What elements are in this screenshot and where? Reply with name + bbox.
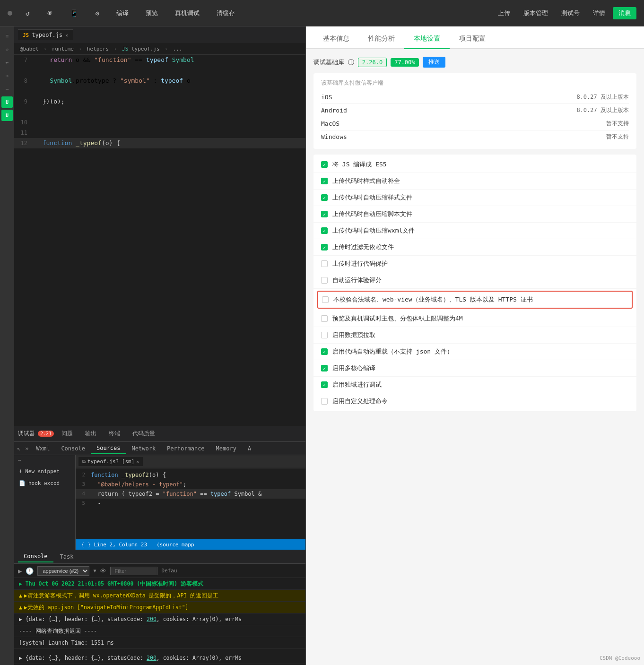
u-icon-2[interactable]: U — [1, 110, 13, 121]
checkbox-auto-eval[interactable] — [321, 277, 328, 284]
forward-icon[interactable]: → — [1, 70, 13, 81]
setting-pkg-limit[interactable]: 预览及真机调试时主包、分包体积上限调整为4M — [313, 311, 636, 327]
preview-icon[interactable]: 👁 — [43, 8, 57, 19]
checkbox-es5[interactable] — [321, 161, 328, 168]
setting-no-verify[interactable]: 不校验合法域名、web-view（业务域名）、TLS 版本以及 HTTPS 证书 — [317, 291, 633, 309]
code-editor: 7 return o && "function" == typeof Symbo… — [14, 55, 305, 426]
code-line-blank-1 — [14, 65, 305, 76]
clock-icon[interactable]: 🕐 — [26, 567, 34, 575]
more-icon[interactable]: ⋯ — [1, 83, 13, 95]
setting-compress-script-label: 上传代码时自动压缩脚本文件 — [332, 210, 412, 218]
tab-performance[interactable]: 性能分析 — [359, 30, 404, 49]
devtools-tab-output[interactable]: 输出 — [79, 428, 102, 440]
settings-icon[interactable]: ⚙ — [91, 8, 103, 19]
file-tab-typeof[interactable]: JS typeof.js ✕ — [18, 29, 73, 40]
window-dot — [8, 11, 12, 16]
clear-cache-button[interactable]: 清缓存 — [213, 7, 239, 19]
u-icon-1[interactable]: U — [1, 96, 13, 108]
task-tab[interactable]: Task — [54, 552, 79, 562]
setting-compress-style[interactable]: 上传代码时自动压缩样式文件 — [313, 190, 636, 206]
sources-tab-sources[interactable]: Sources — [91, 443, 126, 454]
expand-icon[interactable]: » — [23, 445, 30, 452]
setting-multicore[interactable]: 启用多核心编译 — [313, 360, 636, 377]
devtools-tab-terminal[interactable]: 终端 — [103, 428, 126, 440]
ios-value: 8.0.27 及以上版本 — [576, 93, 629, 101]
message-button[interactable]: 消息 — [613, 7, 636, 19]
checkbox-style-complete[interactable] — [321, 178, 328, 184]
sources-tab-performance[interactable]: Performance — [161, 443, 210, 454]
sources-tab-memory[interactable]: Memory — [210, 443, 242, 454]
sources-file-tab[interactable]: ⧉ typeof.js? [sm] ✕ — [78, 457, 143, 466]
console-toolbar: ▶ 🕐 appservice (#2) ▼ 👁 Defau — [14, 564, 305, 578]
upload-button[interactable]: 上传 — [492, 7, 516, 19]
tab-close-button[interactable]: ✕ — [65, 33, 68, 38]
checkbox-multicore[interactable] — [321, 365, 328, 371]
tab-project-config[interactable]: 项目配置 — [450, 30, 495, 49]
checkbox-filter-files[interactable] — [321, 244, 328, 250]
source-map-label: (source mapp — [157, 542, 194, 548]
sources-tab-close[interactable]: ✕ — [136, 459, 139, 464]
filter-input[interactable] — [110, 567, 157, 575]
setting-auto-eval[interactable]: 自动运行体验评分 — [313, 272, 636, 289]
checkbox-compress-style[interactable] — [321, 194, 328, 201]
hook-wxcod-item[interactable]: 📄 hook wxcod — [14, 477, 75, 489]
setting-prefetch[interactable]: 启用数据预拉取 — [313, 327, 636, 344]
checkbox-no-verify[interactable] — [322, 296, 329, 303]
setting-custom-cmd[interactable]: 启用自定义处理命令 — [313, 393, 636, 409]
checkbox-code-protect[interactable] — [321, 260, 328, 267]
tab-basic-info[interactable]: 基本信息 — [313, 30, 359, 49]
context-select[interactable]: appservice (#2) — [37, 566, 89, 576]
setting-es5[interactable]: 将 JS 编译成 ES5 — [313, 156, 636, 173]
sources-status-bar: { } Line 2, Column 23 (source mapp — [76, 539, 305, 550]
preview-button[interactable]: 预览 — [142, 7, 162, 19]
setting-hot-reload[interactable]: 启用代码自动热重载（不支持 json 文件） — [313, 344, 636, 360]
menu-icon[interactable]: ≡ — [1, 30, 13, 42]
checkbox-custom-cmd[interactable] — [321, 398, 328, 405]
sources-tab-console[interactable]: Console — [55, 443, 91, 454]
tab-local-settings[interactable]: 本地设置 — [404, 30, 450, 49]
checkbox-isolated-debug[interactable] — [321, 381, 328, 388]
setting-isolated-debug-label: 启用独域进行调试 — [332, 380, 382, 389]
checkbox-hot-reload[interactable] — [321, 348, 328, 355]
checkbox-pkg-limit[interactable] — [321, 315, 328, 322]
setting-filter-files[interactable]: 上传时过滤无依赖文件 — [313, 239, 636, 256]
console-tab[interactable]: Console — [18, 551, 53, 562]
new-snippet-item[interactable]: + New snippet — [14, 465, 75, 477]
setting-style-complete[interactable]: 上传代码时样式自动补全 — [313, 173, 636, 190]
checkbox-prefetch[interactable] — [321, 332, 328, 338]
ios-label: iOS — [321, 94, 332, 101]
platform-info: 该基础库支持微信客户端 iOS 8.0.27 及以上版本 Android 8.0… — [313, 73, 636, 149]
sources-tab-bar: ↖ » Wxml Console Sources Network Perform… — [14, 442, 305, 455]
device-icon[interactable]: 📱 — [66, 8, 82, 19]
detail-button[interactable]: 详情 — [587, 7, 611, 19]
bookmark-icon[interactable]: ☆ — [1, 43, 13, 55]
real-test-button[interactable]: 真机调试 — [171, 7, 203, 19]
setting-isolated-debug[interactable]: 启用独域进行调试 — [313, 377, 636, 393]
checkbox-compress-wxml[interactable] — [321, 227, 328, 234]
file-icon: 📄 — [19, 480, 26, 486]
windows-value: 暂不支持 — [606, 133, 629, 141]
back-icon[interactable]: ← — [1, 57, 13, 68]
cursor-icon[interactable]: ↖ — [14, 445, 23, 452]
setting-compress-wxml[interactable]: 上传代码时自动压缩wxml文件 — [313, 223, 636, 239]
sources-tab-network[interactable]: Network — [126, 443, 162, 454]
more-options[interactable]: ⋯ — [14, 455, 75, 465]
checkbox-compress-script[interactable] — [321, 211, 328, 217]
setting-code-protect[interactable]: 上传时进行代码保护 — [313, 256, 636, 272]
compile-button[interactable]: 编译 — [113, 7, 132, 19]
push-button[interactable]: 推送 — [423, 57, 445, 68]
play-icon[interactable]: ▶ — [18, 567, 22, 575]
sources-content: ⋯ + New snippet 📄 hook wxcod ⧉ typeof.js… — [14, 455, 305, 550]
devtools-tab-issue[interactable]: 问题 — [56, 428, 78, 440]
console-messages: ▶ Thu Oct 06 2022 21:01:05 GMT+0800 (中国标… — [14, 578, 305, 665]
sources-tab-a[interactable]: A — [242, 443, 257, 454]
version-mgmt-button[interactable]: 版本管理 — [518, 7, 554, 19]
devtools-tab-quality[interactable]: 代码质量 — [127, 428, 161, 440]
setting-code-protect-label: 上传时进行代码保护 — [332, 259, 388, 268]
eye-icon[interactable]: 👁 — [100, 567, 106, 575]
sources-tab-wxml[interactable]: Wxml — [30, 443, 55, 454]
code-line-7: 7 return o && "function" == typeof Symbo… — [14, 55, 305, 65]
setting-compress-script[interactable]: 上传代码时自动压缩脚本文件 — [313, 206, 636, 223]
refresh-button[interactable]: ↺ — [22, 8, 33, 19]
test-button[interactable]: 测试号 — [556, 7, 585, 19]
